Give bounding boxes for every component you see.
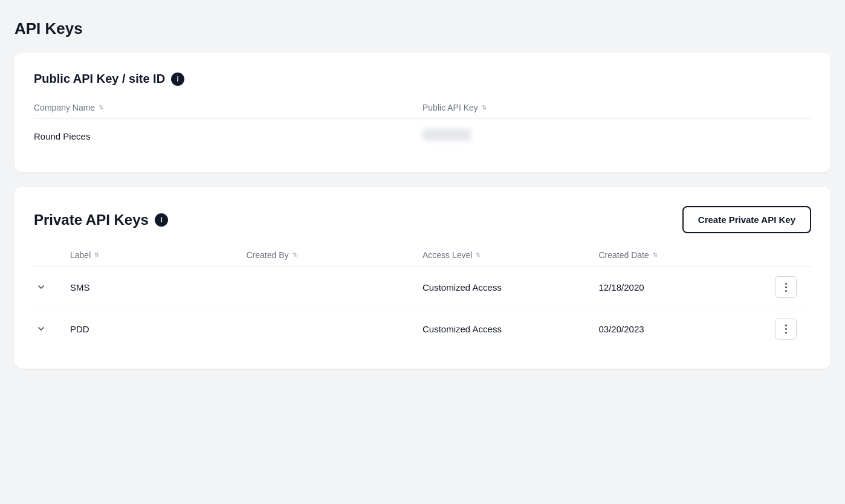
expand-pdd-button[interactable] — [34, 321, 48, 336]
public-api-key-table: Company Name ⇅ Public API Key ⇅ Round Pi… — [34, 103, 811, 153]
access-level-cell-pdd: Customized Access — [422, 324, 599, 334]
expand-cell-sms — [34, 280, 70, 294]
company-name-cell: Round Pieces — [34, 131, 422, 141]
expand-cell-pdd — [34, 321, 70, 336]
public-api-key-col-label: Public API Key — [422, 103, 478, 112]
public-api-key-col-header[interactable]: Public API Key ⇅ — [422, 103, 811, 112]
create-private-api-key-button[interactable]: Create Private API Key — [682, 206, 811, 233]
public-api-key-title: Public API Key / site ID — [34, 72, 165, 86]
chevron-down-icon — [36, 324, 46, 334]
created-by-sort-icon: ⇅ — [293, 252, 297, 258]
public-api-key-cell — [422, 129, 811, 143]
public-api-key-sort-icon: ⇅ — [482, 105, 487, 111]
access-level-cell-sms: Customized Access — [422, 282, 599, 292]
created-date-cell-sms: 12/18/2020 — [599, 282, 775, 292]
page-title: API Keys — [15, 19, 830, 38]
label-sort-icon: ⇅ — [94, 252, 99, 258]
created-date-cell-pdd: 03/20/2023 — [599, 324, 775, 334]
expand-sms-button[interactable] — [34, 280, 48, 294]
label-cell-pdd: PDD — [70, 324, 247, 334]
public-api-key-header: Public API Key / site ID i — [34, 72, 811, 86]
label-col-header[interactable]: Label ⇅ — [70, 250, 247, 260]
company-name-col-label: Company Name — [34, 103, 95, 112]
private-api-keys-title-group: Private API Keys i — [34, 212, 168, 228]
public-api-key-card: Public API Key / site ID i Company Name … — [15, 53, 830, 172]
table-row: Round Pieces — [34, 119, 811, 153]
blurred-api-key — [422, 129, 471, 141]
public-api-key-table-header: Company Name ⇅ Public API Key ⇅ — [34, 103, 811, 119]
access-level-sort-icon: ⇅ — [476, 252, 481, 258]
private-api-keys-title: Private API Keys — [34, 212, 149, 228]
three-dots-icon — [785, 325, 787, 334]
more-actions-sms-button[interactable] — [775, 276, 797, 298]
company-name-col-header[interactable]: Company Name ⇅ — [34, 103, 422, 112]
label-cell-sms: SMS — [70, 282, 247, 292]
private-api-keys-table-header: Label ⇅ Created By ⇅ Access Level ⇅ Crea… — [34, 250, 811, 267]
public-api-key-info-icon[interactable]: i — [171, 73, 184, 86]
created-date-col-label: Created Date — [599, 250, 649, 260]
private-api-keys-info-icon[interactable]: i — [155, 213, 168, 227]
chevron-down-icon — [36, 282, 46, 292]
actions-col-header — [775, 250, 811, 260]
private-api-keys-card: Private API Keys i Create Private API Ke… — [15, 187, 830, 369]
actions-cell-sms — [775, 276, 811, 298]
table-row: PDD Customized Access 03/20/2023 — [34, 308, 811, 349]
more-actions-pdd-button[interactable] — [775, 318, 797, 340]
created-by-col-label: Created By — [247, 250, 289, 260]
expand-col-header — [34, 250, 70, 260]
access-level-col-label: Access Level — [422, 250, 472, 260]
actions-cell-pdd — [775, 318, 811, 340]
created-date-sort-icon: ⇅ — [653, 252, 658, 258]
table-row: SMS Customized Access 12/18/2020 — [34, 267, 811, 308]
label-col-label: Label — [70, 250, 91, 260]
company-name-sort-icon: ⇅ — [99, 105, 103, 111]
private-api-keys-table: Label ⇅ Created By ⇅ Access Level ⇅ Crea… — [34, 250, 811, 349]
access-level-col-header[interactable]: Access Level ⇅ — [422, 250, 599, 260]
created-date-col-header[interactable]: Created Date ⇅ — [599, 250, 775, 260]
three-dots-icon — [785, 283, 787, 292]
created-by-col-header[interactable]: Created By ⇅ — [247, 250, 423, 260]
private-api-keys-header: Private API Keys i Create Private API Ke… — [34, 206, 811, 233]
